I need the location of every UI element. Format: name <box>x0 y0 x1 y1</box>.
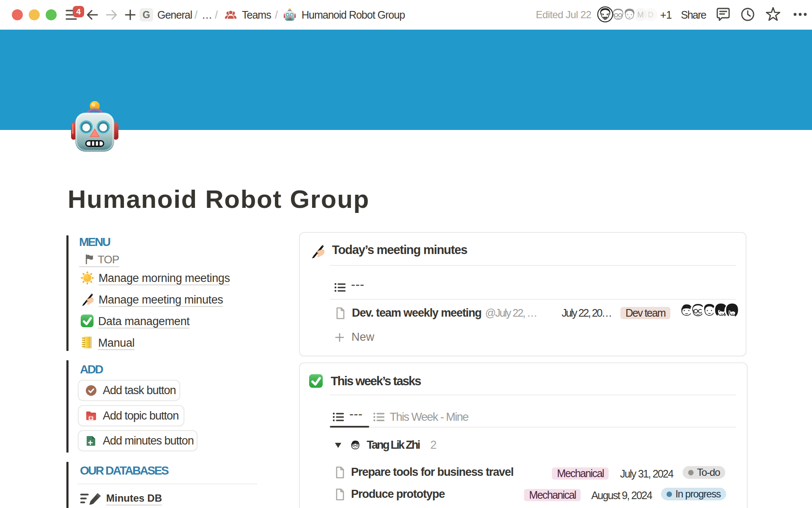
svg-text:D: D <box>648 10 653 19</box>
svg-text:4: 4 <box>76 7 81 16</box>
svg-text:M: M <box>637 10 644 19</box>
